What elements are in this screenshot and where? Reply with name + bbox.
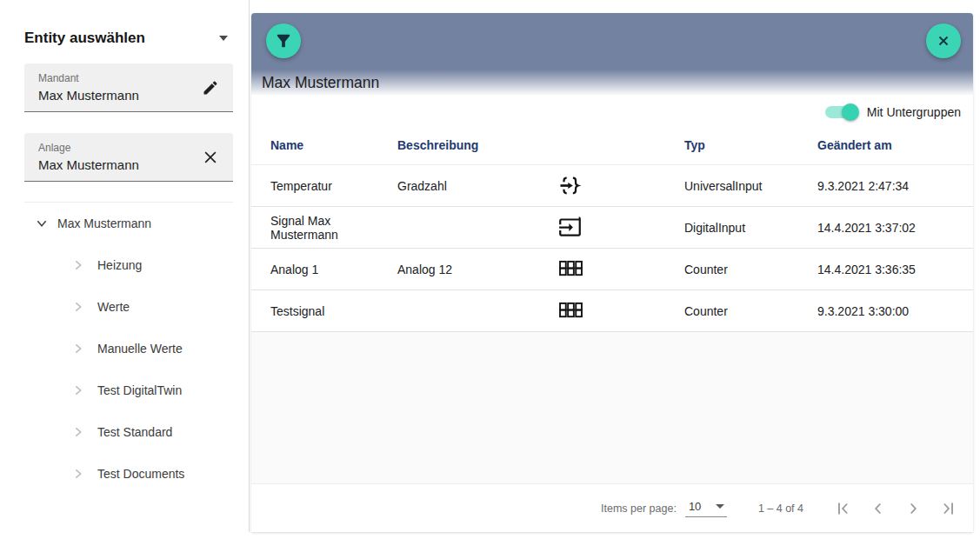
cell-geaendert-am: 14.4.2021 3:37:02 [817,216,956,240]
mandant-field-value: Max Mustermann [38,88,197,103]
toggle-row: Mit Untergruppen [251,97,973,126]
tree-item-label: Max Mustermann [57,216,151,230]
digital-input-icon [558,210,684,244]
tree-item-test-documents[interactable]: Test Documents [0,453,249,495]
dropdown-caret-icon [716,504,724,509]
entity-sidebar: Entity auswählen Mandant Max Mustermann … [0,0,250,532]
paginator-nav [826,491,965,526]
filter-button[interactable] [266,23,301,58]
card-header-bar [251,13,973,70]
tree-item-label: Werte [97,300,130,314]
toggle-knob [842,103,859,121]
cell-typ: Counter [684,299,817,323]
page-title: Max Mustermann [262,74,379,92]
filter-icon [274,31,293,50]
table-row[interactable]: Testsignal Counter 9.3.2021 3:30:00 [251,290,973,332]
column-header-geaendert-am[interactable]: Geändert am [817,138,956,152]
cell-beschreibung [397,306,558,316]
edit-button[interactable] [197,74,224,102]
sidebar-header: Entity auswählen [0,0,249,47]
tree-item-heizung[interactable]: Heizung [0,244,249,286]
tree-item-label: Test DigitalTwin [97,383,182,397]
tree-item-label: Test Documents [97,467,184,481]
cell-typ: DigitalInput [684,216,817,240]
last-page-button[interactable] [930,491,965,526]
cell-geaendert-am: 9.3.2021 3:30:00 [817,299,956,323]
first-page-icon [834,499,853,518]
edit-icon [202,79,219,96]
table-row[interactable]: Analog 1 Analog 12 Counter 14.4.2021 3:3… [251,249,973,290]
table-empty-area [251,332,973,484]
cell-name: Testsignal [270,299,397,323]
tree-item-root[interactable]: Max Mustermann [0,203,249,244]
chevron-down-icon [35,216,49,230]
signal-list-card: Max Mustermann Mit Untergruppen Name Bes… [251,13,973,532]
cell-beschreibung: Gradzahl [397,174,558,198]
tree-item-manuelle-werte[interactable]: Manuelle Werte [0,328,249,369]
entity-tree: Max Mustermann Heizung Werte Manuelle We… [0,203,249,495]
app-window: Entity auswählen Mandant Max Mustermann … [0,0,980,539]
previous-page-button[interactable] [861,491,896,526]
cell-geaendert-am: 9.3.2021 2:47:34 [817,174,956,198]
cell-name: Signal Max Mustermann [270,209,397,247]
chevron-right-icon [71,467,85,481]
previous-page-icon [869,499,888,518]
table-row[interactable]: Temperatur Gradzahl UniversalInput 9.3.2… [251,165,973,207]
chevron-right-icon [71,425,85,439]
close-button[interactable] [926,23,961,58]
column-header-typ[interactable]: Typ [684,138,817,152]
next-page-button[interactable] [896,491,930,526]
cell-beschreibung: Analog 12 [397,257,558,282]
chevron-right-icon [71,300,85,314]
column-header-beschreibung[interactable]: Beschreibung [397,138,558,152]
untergruppen-toggle[interactable] [825,106,857,118]
caret-down-icon[interactable] [219,36,228,41]
close-icon [936,33,951,49]
anlage-field-label: Anlage [38,142,197,154]
clear-icon [202,149,219,166]
tree-item-label: Manuelle Werte [97,342,183,356]
cell-typ: Counter [684,257,817,282]
table-row[interactable]: Signal Max Mustermann DigitalInput 14.4.… [251,207,973,249]
last-page-icon [938,499,957,518]
counter-icon [558,254,684,284]
chevron-right-icon [71,342,85,356]
tree-item-werte[interactable]: Werte [0,286,249,328]
cell-typ: UniversalInput [684,174,817,198]
cell-geaendert-am: 14.4.2021 3:36:35 [817,257,956,282]
tree-item-label: Heizung [97,258,142,272]
function-input-icon [558,169,684,203]
items-per-page-label: Items per page: [601,502,677,515]
mandant-field-label: Mandant [38,72,197,84]
anlage-field-text: Anlage Max Mustermann [38,142,197,171]
paginator: Items per page: 10 1 – 4 of 4 [251,484,973,532]
clear-button[interactable] [197,143,224,171]
cell-beschreibung [397,223,558,233]
anlage-field-value: Max Mustermann [38,157,197,172]
mandant-field-text: Mandant Max Mustermann [38,72,197,102]
tree-item-label: Test Standard [97,425,172,439]
items-per-page-select[interactable]: 10 [685,500,727,517]
table-header-row: Name Beschreibung Typ Geändert am [251,126,973,165]
anlage-field[interactable]: Anlage Max Mustermann [24,133,233,182]
next-page-icon [903,499,923,518]
column-header-name[interactable]: Name [270,138,397,152]
counter-icon [558,296,684,326]
toggle-label: Mit Untergruppen [867,105,961,119]
items-per-page-value: 10 [689,500,701,513]
cell-name: Temperatur [270,174,397,198]
first-page-button[interactable] [826,491,861,526]
chevron-right-icon [71,258,85,272]
tree-item-test-digitaltwin[interactable]: Test DigitalTwin [0,369,249,411]
sidebar-title: Entity auswählen [24,30,145,47]
cell-name: Analog 1 [270,257,397,282]
tree-item-test-standard[interactable]: Test Standard [0,411,249,453]
chevron-right-icon [71,383,85,397]
page-range-label: 1 – 4 of 4 [758,502,803,515]
mandant-field[interactable]: Mandant Max Mustermann [24,63,233,112]
